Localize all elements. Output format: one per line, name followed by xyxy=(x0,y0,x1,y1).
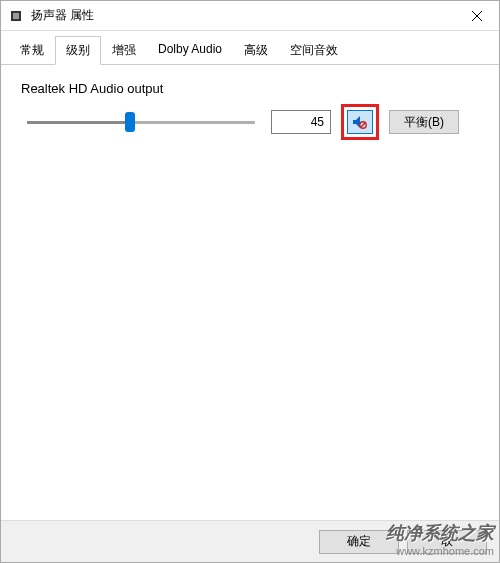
speaker-muted-icon xyxy=(352,114,368,130)
tab-spatial[interactable]: 空间音效 xyxy=(279,36,349,65)
slider-thumb[interactable] xyxy=(125,112,135,132)
dialog-footer: 确定 取 xyxy=(1,520,499,562)
slider-track xyxy=(27,121,255,124)
tab-dolby-audio[interactable]: Dolby Audio xyxy=(147,36,233,65)
dialog-window: 扬声器 属性 常规 级别 增强 Dolby Audio 高级 空间音效 Real… xyxy=(0,0,500,563)
volume-slider[interactable] xyxy=(21,109,261,135)
level-row: 平衡(B) xyxy=(21,104,479,140)
volume-value-input[interactable] xyxy=(271,110,331,134)
tab-strip: 常规 级别 增强 Dolby Audio 高级 空间音效 xyxy=(1,31,499,65)
tab-levels[interactable]: 级别 xyxy=(55,36,101,65)
titlebar: 扬声器 属性 xyxy=(1,1,499,31)
svg-line-6 xyxy=(361,123,365,127)
tab-content: Realtek HD Audio output 平衡(B) xyxy=(1,65,499,520)
highlight-box xyxy=(341,104,379,140)
balance-button[interactable]: 平衡(B) xyxy=(389,110,459,134)
tab-enhancements[interactable]: 增强 xyxy=(101,36,147,65)
ok-button[interactable]: 确定 xyxy=(319,530,399,554)
slider-fill xyxy=(27,121,130,124)
close-button[interactable] xyxy=(454,1,499,30)
tab-advanced[interactable]: 高级 xyxy=(233,36,279,65)
window-title: 扬声器 属性 xyxy=(31,7,454,24)
device-label: Realtek HD Audio output xyxy=(21,81,479,96)
cancel-button[interactable]: 取 xyxy=(407,530,487,554)
tab-general[interactable]: 常规 xyxy=(9,36,55,65)
svg-rect-1 xyxy=(13,13,19,19)
mute-button[interactable] xyxy=(347,110,373,134)
svg-marker-4 xyxy=(353,116,360,128)
speaker-icon xyxy=(9,8,25,24)
